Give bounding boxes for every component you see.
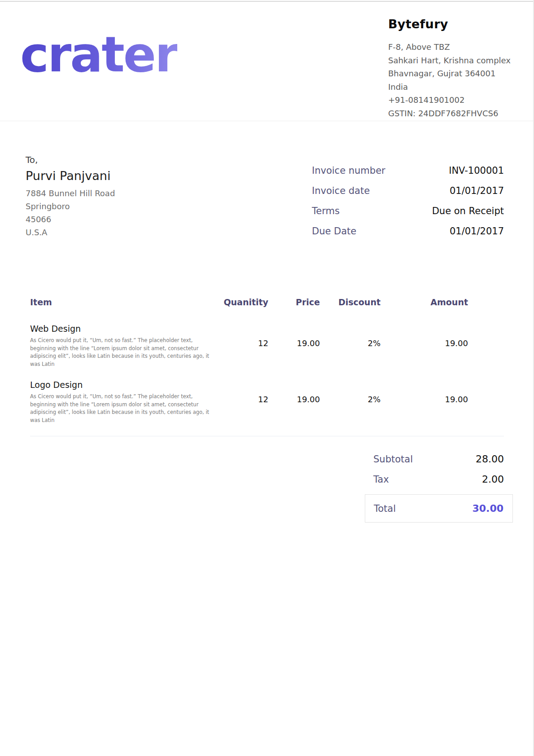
invoice-meta-block: Invoice number INV-100001 Invoice date 0… [312, 163, 504, 244]
totals-block: Subtotal 28.00 Tax 2.00 Total 30.00 [365, 452, 513, 523]
items-bottom-divider [30, 436, 504, 436]
item-quantity: 12 [217, 324, 268, 368]
terms-value: Due on Receipt [432, 206, 504, 216]
invoice-header: crater Bytefury F-8, Above TBZ Sahkari H… [0, 0, 534, 121]
item-description: As Cicero would put it, “Um, not so fast… [30, 393, 217, 424]
terms-label: Terms [312, 204, 340, 218]
company-block: Bytefury F-8, Above TBZ Sahkari Hart, Kr… [388, 17, 511, 120]
invoice-date-value: 01/01/2017 [450, 185, 504, 196]
company-address: F-8, Above TBZ Sahkari Hart, Krishna com… [388, 40, 511, 120]
item-name: Web Design [30, 324, 217, 334]
company-phone: +91-08141901002 [388, 93, 511, 107]
customer-address-line: 45066 [26, 213, 312, 226]
crater-logo: crater [20, 31, 177, 79]
customer-address-line: Springboro [26, 200, 312, 213]
customer-name: Purvi Panjvani [26, 169, 312, 183]
bill-to-block: To, Purvi Panjvani 7884 Bunnel Hill Road… [26, 154, 312, 244]
item-amount: 19.00 [381, 324, 468, 368]
item-cell: Web Design As Cicero would put it, “Um, … [30, 324, 217, 368]
item-description: As Cicero would put it, “Um, not so fast… [30, 337, 217, 368]
company-address-line: F-8, Above TBZ [388, 40, 511, 54]
tax-value: 2.00 [482, 474, 504, 485]
customer-address-line: 7884 Bunnel Hill Road [26, 187, 312, 200]
invoice-meta-row: Invoice date 01/01/2017 [312, 184, 504, 198]
items-table: Item Quanitity Price Discount Amount Web… [30, 297, 504, 436]
item-price: 19.00 [268, 380, 320, 424]
company-address-line: India [388, 80, 511, 94]
invoice-page: crater Bytefury F-8, Above TBZ Sahkari H… [0, 0, 534, 756]
subtotal-label: Subtotal [373, 452, 413, 466]
subtotal-value: 28.00 [476, 453, 504, 465]
company-gstin: GSTIN: 24DDF7682FHVCS6 [388, 107, 511, 120]
item-discount: 2% [320, 380, 381, 424]
company-address-line: Bhavnagar, Gujrat 364001 [388, 67, 511, 80]
invoice-number-value: INV-100001 [449, 165, 504, 176]
items-table-header: Item Quanitity Price Discount Amount [30, 297, 504, 307]
table-row: Logo Design As Cicero would put it, “Um,… [30, 380, 504, 424]
total-label: Total [374, 503, 396, 514]
col-header-item: Item [30, 297, 217, 307]
item-price: 19.00 [268, 324, 320, 368]
invoice-meta-row: Terms Due on Receipt [312, 204, 504, 218]
to-label: To, [26, 154, 312, 166]
tax-label: Tax [373, 472, 389, 487]
invoice-date-label: Invoice date [312, 184, 370, 198]
top-edge-line [0, 1, 534, 2]
item-quantity: 12 [217, 380, 268, 424]
item-amount: 19.00 [381, 380, 468, 424]
subtotal-row: Subtotal 28.00 [365, 452, 513, 466]
item-discount: 2% [320, 324, 381, 368]
invoice-number-label: Invoice number [312, 163, 385, 178]
customer-address-line: U.S.A [26, 226, 312, 239]
company-name: Bytefury [388, 17, 511, 31]
total-value: 30.00 [472, 503, 503, 514]
customer-address: 7884 Bunnel Hill Road Springboro 45066 U… [26, 187, 312, 239]
col-header-price: Price [268, 297, 320, 307]
due-date-label: Due Date [312, 224, 356, 238]
tax-row: Tax 2.00 [365, 472, 513, 487]
item-cell: Logo Design As Cicero would put it, “Um,… [30, 380, 217, 424]
invoice-meta-row: Invoice number INV-100001 [312, 163, 504, 178]
col-header-amount: Amount [381, 297, 468, 307]
invoice-info-section: To, Purvi Panjvani 7884 Bunnel Hill Road… [0, 121, 534, 244]
total-box: Total 30.00 [365, 494, 513, 523]
company-address-line: Sahkari Hart, Krishna complex [388, 54, 511, 67]
item-name: Logo Design [30, 380, 217, 390]
table-row: Web Design As Cicero would put it, “Um, … [30, 324, 504, 368]
col-header-quantity: Quanitity [217, 297, 268, 307]
due-date-value: 01/01/2017 [450, 226, 504, 237]
invoice-meta-row: Due Date 01/01/2017 [312, 224, 504, 238]
col-header-discount: Discount [320, 297, 381, 307]
